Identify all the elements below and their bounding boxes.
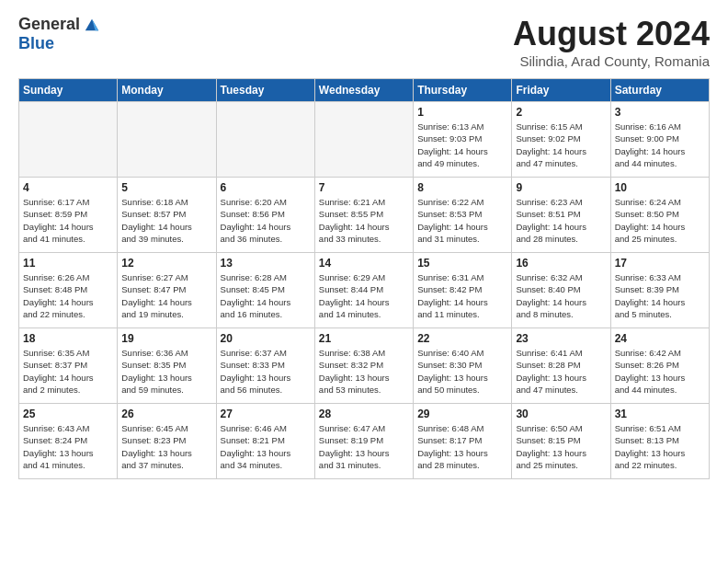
title-block: August 2024 Silindia, Arad County, Roman…: [513, 15, 710, 69]
day-number: 31: [615, 408, 705, 420]
day-cell: 20Sunrise: 6:37 AM Sunset: 8:33 PM Dayli…: [216, 328, 314, 404]
day-number: 4: [23, 181, 113, 194]
day-cell: [118, 102, 216, 178]
day-info: Sunrise: 6:46 AM Sunset: 8:21 PM Dayligh…: [221, 422, 311, 471]
days-row: SundayMondayTuesdayWednesdayThursdayFrid…: [19, 79, 710, 102]
day-info: Sunrise: 6:24 AM Sunset: 8:50 PM Dayligh…: [615, 196, 705, 245]
day-cell: 22Sunrise: 6:40 AM Sunset: 8:30 PM Dayli…: [414, 328, 512, 404]
day-info: Sunrise: 6:15 AM Sunset: 9:02 PM Dayligh…: [516, 121, 606, 169]
day-number: 16: [516, 257, 606, 270]
day-info: Sunrise: 6:23 AM Sunset: 8:51 PM Dayligh…: [516, 196, 606, 245]
day-info: Sunrise: 6:27 AM Sunset: 8:47 PM Dayligh…: [121, 271, 211, 320]
page: General Blue August 2024 Silindia, Arad …: [0, 0, 728, 563]
day-number: 26: [121, 408, 211, 420]
day-cell: 13Sunrise: 6:28 AM Sunset: 8:45 PM Dayli…: [216, 253, 314, 328]
day-info: Sunrise: 6:48 AM Sunset: 8:17 PM Dayligh…: [417, 422, 507, 471]
header: General Blue August 2024 Silindia, Arad …: [18, 15, 710, 69]
day-cell: 10Sunrise: 6:24 AM Sunset: 8:50 PM Dayli…: [610, 178, 709, 253]
day-cell: 15Sunrise: 6:31 AM Sunset: 8:42 PM Dayli…: [414, 253, 512, 328]
day-info: Sunrise: 6:42 AM Sunset: 8:26 PM Dayligh…: [615, 347, 705, 396]
day-number: 23: [516, 332, 606, 345]
week-row-2: 4Sunrise: 6:17 AM Sunset: 8:59 PM Daylig…: [19, 178, 710, 253]
day-cell: 23Sunrise: 6:41 AM Sunset: 8:28 PM Dayli…: [512, 328, 610, 404]
day-cell: 7Sunrise: 6:21 AM Sunset: 8:55 PM Daylig…: [314, 178, 413, 253]
main-title: August 2024: [513, 15, 710, 53]
day-cell: 5Sunrise: 6:18 AM Sunset: 8:57 PM Daylig…: [118, 178, 216, 253]
day-cell: 16Sunrise: 6:32 AM Sunset: 8:40 PM Dayli…: [512, 253, 610, 328]
day-info: Sunrise: 6:36 AM Sunset: 8:35 PM Dayligh…: [121, 347, 211, 396]
day-number: 8: [417, 181, 507, 194]
day-info: Sunrise: 6:37 AM Sunset: 8:33 PM Dayligh…: [221, 347, 311, 396]
logo-blue-text: Blue: [18, 34, 54, 53]
day-header-tuesday: Tuesday: [216, 79, 314, 102]
day-info: Sunrise: 6:18 AM Sunset: 8:57 PM Dayligh…: [121, 196, 211, 245]
logo-general-text: General: [18, 15, 80, 34]
calendar: SundayMondayTuesdayWednesdayThursdayFrid…: [18, 78, 710, 479]
week-row-3: 11Sunrise: 6:26 AM Sunset: 8:48 PM Dayli…: [19, 253, 710, 328]
day-info: Sunrise: 6:28 AM Sunset: 8:45 PM Dayligh…: [221, 271, 311, 320]
logo-icon: [84, 17, 100, 33]
day-header-wednesday: Wednesday: [314, 79, 413, 102]
day-info: Sunrise: 6:51 AM Sunset: 8:13 PM Dayligh…: [615, 422, 705, 471]
day-cell: 27Sunrise: 6:46 AM Sunset: 8:21 PM Dayli…: [216, 404, 314, 479]
day-info: Sunrise: 6:31 AM Sunset: 8:42 PM Dayligh…: [417, 271, 507, 320]
day-number: 25: [23, 408, 113, 420]
day-info: Sunrise: 6:40 AM Sunset: 8:30 PM Dayligh…: [417, 347, 507, 396]
day-number: 17: [615, 257, 705, 270]
day-info: Sunrise: 6:13 AM Sunset: 9:03 PM Dayligh…: [417, 121, 507, 169]
day-number: 14: [319, 257, 409, 270]
day-cell: 26Sunrise: 6:45 AM Sunset: 8:23 PM Dayli…: [118, 404, 216, 479]
day-cell: 31Sunrise: 6:51 AM Sunset: 8:13 PM Dayli…: [610, 404, 709, 479]
day-cell: 8Sunrise: 6:22 AM Sunset: 8:53 PM Daylig…: [414, 178, 512, 253]
logo: General Blue: [18, 15, 100, 53]
week-row-4: 18Sunrise: 6:35 AM Sunset: 8:37 PM Dayli…: [19, 328, 710, 404]
day-header-sunday: Sunday: [19, 79, 118, 102]
day-info: Sunrise: 6:47 AM Sunset: 8:19 PM Dayligh…: [319, 422, 409, 471]
day-header-friday: Friday: [512, 79, 610, 102]
day-cell: 21Sunrise: 6:38 AM Sunset: 8:32 PM Dayli…: [314, 328, 413, 404]
day-number: 27: [221, 408, 311, 420]
day-number: 29: [417, 408, 507, 420]
day-number: 1: [417, 106, 507, 119]
day-cell: 14Sunrise: 6:29 AM Sunset: 8:44 PM Dayli…: [314, 253, 413, 328]
day-number: 5: [121, 181, 211, 194]
day-info: Sunrise: 6:38 AM Sunset: 8:32 PM Dayligh…: [319, 347, 409, 396]
day-number: 15: [417, 257, 507, 270]
day-cell: 2Sunrise: 6:15 AM Sunset: 9:02 PM Daylig…: [512, 102, 610, 178]
day-cell: 29Sunrise: 6:48 AM Sunset: 8:17 PM Dayli…: [414, 404, 512, 479]
day-number: 28: [319, 408, 409, 420]
day-info: Sunrise: 6:45 AM Sunset: 8:23 PM Dayligh…: [121, 422, 211, 471]
day-info: Sunrise: 6:21 AM Sunset: 8:55 PM Dayligh…: [319, 196, 409, 245]
day-header-thursday: Thursday: [414, 79, 512, 102]
day-number: 2: [516, 106, 606, 119]
day-number: 13: [221, 257, 311, 270]
day-cell: 9Sunrise: 6:23 AM Sunset: 8:51 PM Daylig…: [512, 178, 610, 253]
day-header-saturday: Saturday: [610, 79, 709, 102]
day-number: 22: [417, 332, 507, 345]
day-number: 9: [516, 181, 606, 194]
day-number: 21: [319, 332, 409, 345]
day-cell: [314, 102, 413, 178]
day-number: 7: [319, 181, 409, 194]
day-number: 30: [516, 408, 606, 420]
day-info: Sunrise: 6:20 AM Sunset: 8:56 PM Dayligh…: [221, 196, 311, 245]
week-row-5: 25Sunrise: 6:43 AM Sunset: 8:24 PM Dayli…: [19, 404, 710, 479]
day-cell: 3Sunrise: 6:16 AM Sunset: 9:00 PM Daylig…: [610, 102, 709, 178]
day-cell: 12Sunrise: 6:27 AM Sunset: 8:47 PM Dayli…: [118, 253, 216, 328]
day-number: 6: [221, 181, 311, 194]
day-info: Sunrise: 6:35 AM Sunset: 8:37 PM Dayligh…: [23, 347, 113, 396]
day-info: Sunrise: 6:33 AM Sunset: 8:39 PM Dayligh…: [615, 271, 705, 320]
day-cell: 1Sunrise: 6:13 AM Sunset: 9:03 PM Daylig…: [414, 102, 512, 178]
day-number: 24: [615, 332, 705, 345]
day-cell: [19, 102, 118, 178]
day-cell: 18Sunrise: 6:35 AM Sunset: 8:37 PM Dayli…: [19, 328, 118, 404]
day-info: Sunrise: 6:43 AM Sunset: 8:24 PM Dayligh…: [23, 422, 113, 471]
day-number: 20: [221, 332, 311, 345]
day-info: Sunrise: 6:41 AM Sunset: 8:28 PM Dayligh…: [516, 347, 606, 396]
day-cell: 30Sunrise: 6:50 AM Sunset: 8:15 PM Dayli…: [512, 404, 610, 479]
day-number: 12: [121, 257, 211, 270]
day-info: Sunrise: 6:26 AM Sunset: 8:48 PM Dayligh…: [23, 271, 113, 320]
calendar-body: 1Sunrise: 6:13 AM Sunset: 9:03 PM Daylig…: [19, 102, 710, 479]
week-row-1: 1Sunrise: 6:13 AM Sunset: 9:03 PM Daylig…: [19, 102, 710, 178]
day-info: Sunrise: 6:32 AM Sunset: 8:40 PM Dayligh…: [516, 271, 606, 320]
